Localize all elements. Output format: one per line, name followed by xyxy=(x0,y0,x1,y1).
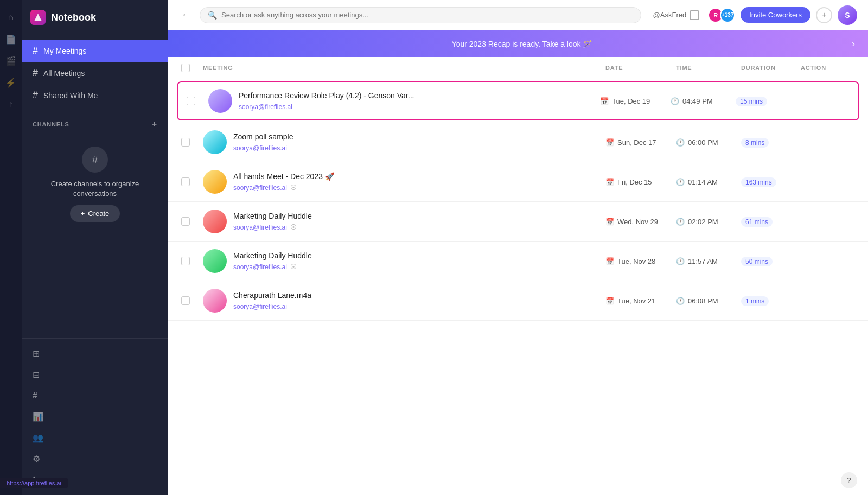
duration-badge: 15 mins xyxy=(736,97,767,106)
row-checkbox-6[interactable] xyxy=(181,296,203,305)
upload-icon[interactable]: ↑ xyxy=(2,96,20,113)
video-icon[interactable]: 🎬 xyxy=(2,52,20,69)
meeting-time: 🕐 01:14 AM xyxy=(676,178,741,186)
meeting-duration: 15 mins xyxy=(736,96,795,106)
calendar-icon: 📅 xyxy=(605,257,614,265)
plus-icon: + xyxy=(81,210,85,218)
table-row[interactable]: Cherapurath Lane.m4a soorya@fireflies.ai… xyxy=(168,281,868,321)
clock-icon: 🕐 xyxy=(676,218,685,226)
fred-checkbox[interactable] xyxy=(690,10,699,20)
select-all-checkbox[interactable] xyxy=(181,64,190,72)
table-row[interactable]: All hands Meet - Dec 2023 🚀 soorya@firef… xyxy=(168,162,868,202)
add-button[interactable]: + xyxy=(816,7,832,23)
row-checkbox-3[interactable] xyxy=(181,177,203,186)
invite-btn-label: Invite Coworkers xyxy=(749,11,802,19)
table-row[interactable]: Marketing Daily Huddle soorya@fireflies.… xyxy=(168,242,868,281)
meeting-info: Performance Review Role Play (4.2) - Gen… xyxy=(208,89,600,113)
meeting-details: Performance Review Role Play (4.2) - Gen… xyxy=(239,91,414,111)
row-checkbox-5[interactable] xyxy=(181,257,203,265)
meeting-email: soorya@fireflies.ai xyxy=(233,263,287,271)
settings-icon[interactable]: ⚙ xyxy=(22,448,168,469)
lightning-icon[interactable]: ⚡ xyxy=(2,74,20,91)
duration-badge: 163 mins xyxy=(741,177,776,187)
banner-text: Your 2023 Recap is ready. Take a look 🪄 xyxy=(192,40,852,48)
calendar-icon: 📅 xyxy=(605,178,614,186)
meeting-checkbox[interactable] xyxy=(181,296,190,305)
col-header-duration: DURATION xyxy=(741,65,801,71)
col-header-action: ACTION xyxy=(801,65,855,71)
sidebar-item-my-meetings[interactable]: # My Meetings xyxy=(22,40,168,62)
meeting-meta: soorya@fireflies.ai xyxy=(233,303,311,310)
user-avatar[interactable]: S xyxy=(838,5,857,25)
meeting-checkbox[interactable] xyxy=(181,257,190,265)
share-icon: ⦿ xyxy=(290,263,297,271)
meeting-details: Zoom poll sample soorya@fireflies.ai xyxy=(233,132,293,152)
sidebar-item-all-meetings[interactable]: # All Meetings xyxy=(22,62,168,84)
meeting-checkbox[interactable] xyxy=(181,177,190,186)
channels-section: CHANNELS + # Create channels to organize… xyxy=(22,111,168,239)
date-text: Wed, Nov 29 xyxy=(617,218,658,226)
sidebar-nav: # My Meetings # All Meetings # Shared Wi… xyxy=(22,35,168,111)
avatar-stack: R +137 xyxy=(711,8,735,23)
add-channel-button[interactable]: + xyxy=(152,119,157,129)
table-row[interactable]: Performance Review Role Play (4.2) - Gen… xyxy=(177,81,859,120)
meeting-meta: soorya@fireflies.ai ⦿ xyxy=(233,224,312,231)
meeting-checkbox[interactable] xyxy=(181,138,190,147)
meeting-date: 📅 Wed, Nov 29 xyxy=(605,218,676,226)
table-row[interactable]: Zoom poll sample soorya@fireflies.ai 📅 S… xyxy=(168,123,868,162)
meeting-info: Cherapurath Lane.m4a soorya@fireflies.ai xyxy=(203,289,605,313)
date-text: Tue, Nov 21 xyxy=(617,297,655,305)
meeting-meta: soorya@fireflies.ai xyxy=(239,103,414,111)
table-row[interactable]: Marketing Daily Huddle soorya@fireflies.… xyxy=(168,202,868,242)
meeting-date: 📅 Tue, Nov 21 xyxy=(605,297,676,305)
meeting-time: 🕐 06:00 PM xyxy=(676,138,741,147)
meeting-title: Performance Review Role Play (4.2) - Gen… xyxy=(239,91,414,100)
meeting-info: Marketing Daily Huddle soorya@fireflies.… xyxy=(203,249,605,273)
col-header-time: TIME xyxy=(676,65,741,71)
back-button[interactable]: ← xyxy=(179,7,193,23)
clock-icon: 🕐 xyxy=(676,138,685,147)
duration-badge: 50 mins xyxy=(741,257,773,266)
search-bar[interactable]: 🔍 xyxy=(200,7,641,23)
clock-icon: 🕐 xyxy=(676,257,685,265)
meeting-email: soorya@fireflies.ai xyxy=(233,303,287,310)
home-icon[interactable]: ⌂ xyxy=(2,9,20,26)
time-text: 02:02 PM xyxy=(688,218,718,226)
row-checkbox-2[interactable] xyxy=(181,138,203,147)
meeting-date: 📅 Sun, Dec 17 xyxy=(605,138,676,147)
layers-icon[interactable]: ⊞ xyxy=(22,343,168,364)
meeting-checkbox[interactable] xyxy=(187,97,195,105)
meeting-meta: soorya@fireflies.ai ⦿ xyxy=(233,184,334,192)
people-icon[interactable]: 👥 xyxy=(22,427,168,448)
meeting-time: 🕐 02:02 PM xyxy=(676,218,741,226)
meeting-checkbox[interactable] xyxy=(181,217,190,226)
sidebar-item-label: All Meetings xyxy=(43,69,85,78)
meeting-date: 📅 Fri, Dec 15 xyxy=(605,178,676,186)
share-icon: ⦿ xyxy=(290,184,297,192)
row-checkbox-4[interactable] xyxy=(181,217,203,226)
chart-icon[interactable]: 📊 xyxy=(22,406,168,427)
col-header-meeting: MEETING xyxy=(203,65,605,71)
sidebar-item-shared-with-me[interactable]: # Shared With Me xyxy=(22,84,168,106)
grid-icon[interactable]: ⊟ xyxy=(22,364,168,385)
banner-arrow-icon: › xyxy=(852,38,855,49)
help-button[interactable]: ? xyxy=(841,472,857,488)
recap-banner[interactable]: Your 2023 Recap is ready. Take a look 🪄 … xyxy=(168,30,868,57)
hashtag-nav-icon[interactable]: # xyxy=(22,385,168,406)
notes-icon[interactable]: 📄 xyxy=(2,30,20,48)
create-channel-button[interactable]: + Create xyxy=(70,205,120,222)
footer-link: https://app.fireflies.ai xyxy=(0,478,68,488)
meeting-avatar xyxy=(203,130,227,154)
meeting-time: 🕐 11:57 AM xyxy=(676,257,741,265)
sidebar-item-label: My Meetings xyxy=(43,47,86,55)
search-input[interactable] xyxy=(221,11,633,19)
date-text: Sun, Dec 17 xyxy=(617,138,656,147)
calendar-icon: 📅 xyxy=(605,218,614,226)
invite-coworkers-button[interactable]: Invite Coworkers xyxy=(741,7,810,23)
meeting-title: All hands Meet - Dec 2023 🚀 xyxy=(233,172,334,181)
meeting-duration: 1 mins xyxy=(741,296,801,306)
meeting-email: soorya@fireflies.ai xyxy=(233,144,287,152)
row-checkbox-1[interactable] xyxy=(187,97,208,105)
clock-icon: 🕐 xyxy=(671,97,679,105)
topbar-right: R +137 Invite Coworkers + S xyxy=(711,5,857,25)
